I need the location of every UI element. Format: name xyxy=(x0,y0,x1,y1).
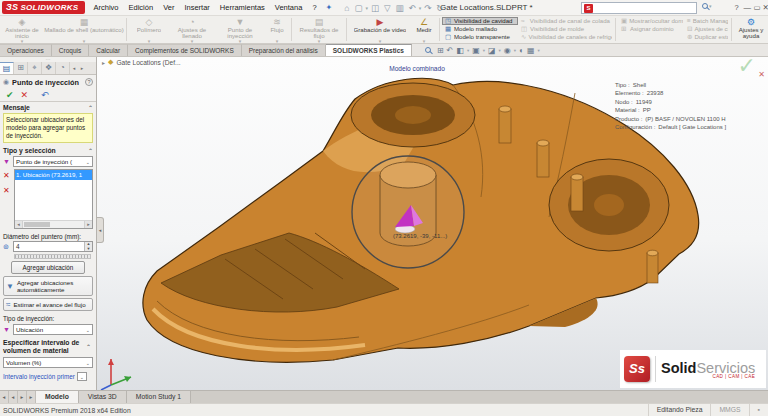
pm-tabs-scroll-left-icon[interactable]: ◂ xyxy=(70,62,78,74)
displaymanager-tab[interactable]: ◔ xyxy=(56,62,70,74)
tab-scroll-next-icon[interactable]: ▸ xyxy=(18,391,27,403)
menu-ver[interactable]: Ver xyxy=(158,3,179,12)
menu-archivo[interactable]: Archivo xyxy=(89,3,124,12)
zoom-fit-button[interactable] xyxy=(422,47,434,53)
tab-scroll-end-icon[interactable]: ▸ xyxy=(27,391,36,403)
dimxpertmanager-tab[interactable]: ❖ xyxy=(42,62,56,74)
edit-appearance-icon[interactable]: ◐ xyxy=(519,46,524,55)
visibilidad-canal-colada-button[interactable]: ≈ Visibilidad de canal de colada xyxy=(518,17,613,25)
visibilidad-refrigeracion-button[interactable]: ∿ Visibilidad de canales de refrigeració… xyxy=(518,33,613,41)
display-style-caret-icon[interactable]: ▾ xyxy=(499,48,501,53)
menu-herramientas[interactable]: Herramientas xyxy=(215,3,270,12)
delete-location-icon[interactable]: ✕ xyxy=(3,172,14,180)
scroll-right-icon[interactable]: ▸ xyxy=(84,221,92,228)
feature-tree-flyout[interactable]: ▸ ◆ Gate Locations (Def... xyxy=(102,58,181,66)
tab-operaciones[interactable]: Operaciones xyxy=(0,44,52,56)
menu-edicion[interactable]: Edición xyxy=(124,3,159,12)
horizontal-scrollbar[interactable]: ◂ ▸ xyxy=(15,220,92,228)
batch-manager-button[interactable]: ≡ Batch Manager xyxy=(684,17,729,25)
save-icon[interactable]: ▽ xyxy=(382,3,393,13)
new-document-caret-icon[interactable]: ▾ xyxy=(365,5,368,11)
close-button[interactable]: ✕ xyxy=(759,3,768,12)
print-icon[interactable]: ▥ xyxy=(394,3,406,13)
scene-caret-icon[interactable]: ▾ xyxy=(537,48,539,53)
injection-point-select[interactable]: Punto de inyección ( ⌄ xyxy=(13,156,93,167)
injection-type-select[interactable]: Ubicación ⌄ xyxy=(13,324,93,335)
hide-show-items-icon[interactable]: ◉ xyxy=(504,46,511,55)
menu-ayuda[interactable]: ? xyxy=(307,3,321,12)
panel-collapse-tab[interactable]: ◂ xyxy=(97,217,104,243)
scrollbar-thumb[interactable] xyxy=(24,222,50,227)
tab-croquis[interactable]: Croquis xyxy=(52,44,89,56)
ribbon-asistente-de-inicio-button[interactable]: ◈ Asistente de inicio ▾ xyxy=(0,16,44,43)
tab-solidworks-plastics[interactable]: SOLIDWORKS Plastics xyxy=(326,44,412,56)
section-caret-icon[interactable]: ▾ xyxy=(467,48,469,53)
undo-caret-icon[interactable]: ▾ xyxy=(419,5,422,11)
scroll-left-icon[interactable]: ◂ xyxy=(15,221,23,228)
ribbon-ajustes-llenado-button[interactable]: ◔ Ajustes de llenado ▾ xyxy=(169,16,215,43)
ribbon-grabacion-video-button[interactable]: ▶ Grabación de video ▾ xyxy=(349,16,411,43)
delete-all-locations-icon[interactable]: ✕ xyxy=(3,187,14,195)
diameter-slider[interactable] xyxy=(14,254,91,259)
tab-vistas-3d[interactable]: Vistas 3D xyxy=(79,391,127,403)
new-document-icon[interactable]: ▢ xyxy=(352,3,364,13)
menu-insertar[interactable]: Insertar xyxy=(179,3,214,12)
visibilidad-cavidad-button[interactable]: ◳ Visibilidad de cavidad xyxy=(442,17,518,25)
tab-preparacion-analisis[interactable]: Preparación del análisis xyxy=(242,44,326,56)
display-style-icon[interactable]: ◪ xyxy=(488,46,496,55)
home-icon[interactable]: ⌂ xyxy=(342,3,351,13)
menu-ventana[interactable]: Ventana xyxy=(270,3,308,12)
locations-listbox[interactable]: 1. Ubicación (73.2619, 1 ◂ ▸ xyxy=(14,169,93,229)
tipo-seleccion-section-header[interactable]: Tipo y selección ⌃ xyxy=(0,145,96,155)
ribbon-mallado-shell-button[interactable]: ▦ Mallado de shell (automático) ▾ xyxy=(44,16,124,43)
pointer-diameter-stepper[interactable]: 4 ▲ ▼ xyxy=(13,241,93,252)
confirmation-corner-cancel-icon[interactable]: ✕ xyxy=(758,70,765,79)
stepper-down-icon[interactable]: ▼ xyxy=(85,247,92,252)
ribbon-flujo-button[interactable]: ≋ Flujo ▾ xyxy=(265,16,289,43)
duplicar-estudio-button[interactable]: ⊕ Duplicar estudio xyxy=(684,33,729,41)
modelo-mallado-button[interactable]: ▦ Modelo mallado xyxy=(442,25,518,33)
help-circle-icon[interactable]: ? xyxy=(85,78,93,86)
pin-menu-icon[interactable]: ✦ xyxy=(322,3,337,12)
volumen-section-header[interactable]: Especificar intervalo de volumen de mate… xyxy=(0,337,96,356)
tab-scroll-start-icon[interactable]: ◂ xyxy=(0,391,9,403)
intervalo-inyeccion-link[interactable]: Intervalo inyección primer ⌄ xyxy=(0,370,96,383)
mensaje-section-header[interactable]: Mensaje ⌃ xyxy=(0,102,96,112)
tab-complementos[interactable]: Complementos de SOLIDWORKS xyxy=(128,44,242,56)
search-input[interactable] xyxy=(595,3,696,13)
ajustes-y-ayuda-button[interactable]: ⚙ Ajustes y ayuda xyxy=(734,16,768,43)
tab-modelo[interactable]: Modelo xyxy=(36,391,79,403)
redo-icon[interactable]: ↷ xyxy=(422,3,433,13)
featuremanager-tab[interactable]: ⊞ xyxy=(14,62,28,74)
agregar-ubicaciones-auto-button[interactable]: ▼ Agregar ubicaciones automáticamente xyxy=(3,276,93,296)
section-view-icon[interactable]: ◧ xyxy=(456,46,464,55)
tab-calcular[interactable]: Calcular xyxy=(89,44,128,56)
estimar-avance-flujo-button[interactable]: ≈ Estimar el avance del flujo xyxy=(3,298,93,311)
ribbon-medir-button[interactable]: ∠ Medir ▾ xyxy=(411,16,437,43)
view-orientation-icon[interactable]: ▣ xyxy=(472,46,480,55)
modelo-transparente-button[interactable]: ▢ Modelo transparente xyxy=(442,33,518,41)
open-document-icon[interactable]: ◫ xyxy=(369,3,381,13)
ribbon-punto-inyeccion-button[interactable]: ▼ Punto de inyección ▾ xyxy=(215,16,265,43)
configurationmanager-tab[interactable]: ⌖ xyxy=(28,62,42,74)
agregar-ubicacion-button[interactable]: Agregar ubicación xyxy=(11,261,85,274)
undo-arrow-icon[interactable]: ↶ xyxy=(41,90,49,100)
graphics-viewport[interactable]: (73.2619, -39, -11...) ▸ ◆ Gate Location… xyxy=(97,57,768,390)
units-indicator[interactable]: MMGS xyxy=(710,404,748,416)
visibilidad-molde-button[interactable]: ◫ Visibilidad de molde xyxy=(518,25,613,33)
orientation-caret-icon[interactable]: ▾ xyxy=(483,48,485,53)
ribbon-resultados-flujo-button[interactable]: ▤ Resultados de flujo ▾ xyxy=(294,16,344,43)
volumen-select[interactable]: Volumen (%) ⌄ xyxy=(3,357,93,368)
zoom-area-icon[interactable]: ⊞ xyxy=(437,46,444,55)
cancel-x-icon[interactable]: ✕ xyxy=(21,90,29,100)
confirmation-corner-check-icon[interactable]: ✓ xyxy=(738,57,756,79)
undo-icon[interactable]: ↶ xyxy=(407,3,418,13)
previous-view-icon[interactable]: ↶ xyxy=(447,46,454,55)
mostrar-ocultar-dominio-button[interactable]: ▣ Mostrar/ocultar dominio xyxy=(618,17,684,25)
ribbon-polimero-button[interactable]: ◇ Polímero ▾ xyxy=(129,16,169,43)
pm-tabs-scroll-right-icon[interactable]: ▸ xyxy=(78,62,86,74)
list-item-selected[interactable]: 1. Ubicación (73.2619, 1 xyxy=(15,170,92,180)
apply-scene-icon[interactable]: ▦ xyxy=(527,46,535,55)
propertymanager-tab[interactable]: ▤ xyxy=(0,62,14,74)
tree-expand-arrow-icon[interactable]: ▸ xyxy=(102,59,105,66)
